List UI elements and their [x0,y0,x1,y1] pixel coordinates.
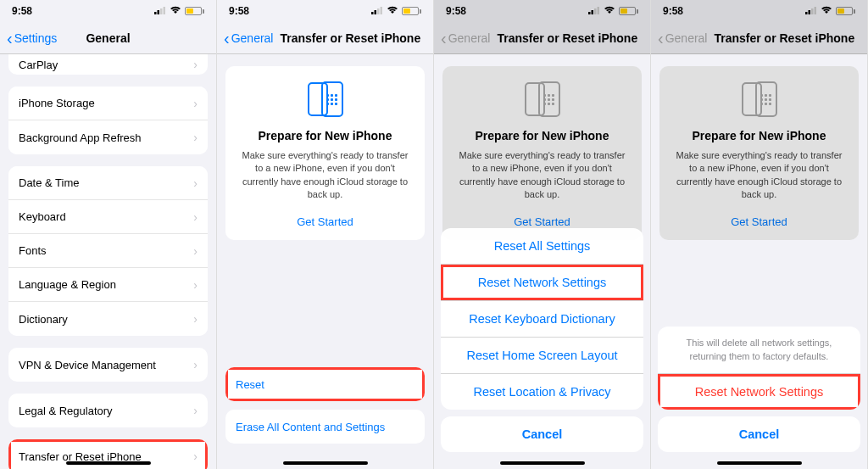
nav-title: Transfer or Reset iPhone [497,31,637,45]
svg-rect-6 [377,8,380,14]
nav-back-label: Settings [14,31,58,45]
screen-transfer-reset: 9:58 ‹ General Transfer or Reset iPhone … [217,0,434,469]
home-indicator [283,461,368,465]
home-indicator [500,461,585,465]
cancel-button[interactable]: Cancel [441,416,643,452]
signal-icon [154,5,166,17]
chevron-right-icon: › [193,244,198,258]
svg-rect-2 [160,8,163,14]
cancel-sheet: Cancel [441,416,643,452]
svg-rect-5 [375,10,377,14]
row-legal[interactable]: Legal & Regulatory› [8,394,208,427]
settings-group: Date & Time› Keyboard› Fonts› Language &… [8,166,208,336]
card-body: Make sure everything's ready to transfer… [454,149,630,202]
cancel-button[interactable]: Cancel [658,416,860,452]
chevron-right-icon: › [193,449,198,463]
nav-back: ‹ General [651,30,710,47]
svg-rect-12 [805,12,808,14]
prepare-card: Prepare for New iPhone Make sure everyth… [442,66,642,240]
svg-rect-0 [154,12,157,14]
chevron-left-icon: ‹ [7,30,13,47]
card-body: Make sure everything's ready to transfer… [237,149,413,202]
status-time: 9:58 [229,5,249,17]
nav-back-label: General [665,31,708,45]
chevron-right-icon: › [193,404,198,417]
card-body: Make sure everything's ready to transfer… [671,149,847,202]
signal-icon [371,5,383,17]
settings-group: iPhone Storage› Background App Refresh› [8,87,208,154]
chevron-right-icon: › [193,358,198,371]
cancel-sheet: Cancel [658,416,860,452]
wifi-icon [821,5,832,17]
reset-row[interactable]: Reset [225,367,425,401]
row-language-region[interactable]: Language & Region› [8,268,208,302]
reset-options-sheet: Reset All Settings Reset Network Setting… [441,228,643,410]
chevron-right-icon: › [193,210,198,224]
signal-icon [805,5,817,17]
svg-rect-7 [381,7,383,14]
confirm-sheet: This will delete all network settings, r… [658,327,860,410]
row-vpn[interactable]: VPN & Device Management› [8,348,208,382]
row-fonts[interactable]: Fonts› [8,234,208,268]
chevron-right-icon: › [193,131,198,144]
settings-group: CarPlay› [8,54,208,75]
card-title: Prepare for New iPhone [671,129,847,142]
status-bar: 9:58 [434,0,650,22]
nav-title: Transfer or Reset iPhone [714,31,854,45]
chevron-right-icon: › [193,58,198,71]
battery-icon [402,7,421,15]
status-time: 9:58 [12,5,32,17]
reset-home-screen-option[interactable]: Reset Home Screen Layout [441,338,643,374]
row-carplay[interactable]: CarPlay› [8,54,208,75]
confirm-message: This will delete all network settings, r… [658,327,860,374]
card-title: Prepare for New iPhone [237,129,413,142]
row-keyboard[interactable]: Keyboard› [8,200,208,234]
reset-network-settings-option[interactable]: Reset Network Settings [441,265,643,301]
svg-rect-15 [815,7,817,14]
svg-rect-3 [164,7,166,14]
chevron-left-icon: ‹ [441,30,447,47]
svg-rect-13 [809,10,811,14]
prepare-card: Prepare for New iPhone Make sure everyth… [225,66,425,240]
screen-reset-options: 9:58 ‹ General Transfer or Reset iPhone … [434,0,651,469]
chevron-left-icon: ‹ [658,30,664,47]
battery-icon [619,7,638,15]
reset-keyboard-dictionary-option[interactable]: Reset Keyboard Dictionary [441,301,643,338]
erase-group: Erase All Content and Settings [225,410,425,444]
confirm-reset-network-button[interactable]: Reset Network Settings [658,374,860,410]
get-started-link: Get Started [671,215,847,228]
two-phones-icon [237,81,413,117]
reset-all-settings-option[interactable]: Reset All Settings [441,228,643,265]
screen-general: 9:58 ‹ Settings General CarPlay› iPhone … [0,0,217,469]
settings-group: VPN & Device Management› [8,348,208,382]
prepare-card: Prepare for New iPhone Make sure everyth… [659,66,859,240]
battery-icon [185,7,204,15]
row-dictionary[interactable]: Dictionary› [8,302,208,336]
settings-group: Legal & Regulatory› [8,394,208,427]
get-started-link[interactable]: Get Started [237,215,413,228]
get-started-link: Get Started [454,215,630,228]
nav-back[interactable]: ‹ General [217,30,276,47]
row-background-refresh[interactable]: Background App Refresh› [8,120,208,154]
erase-all-row[interactable]: Erase All Content and Settings [225,410,425,444]
svg-rect-9 [592,10,594,14]
settings-list: CarPlay› iPhone Storage› Background App … [0,54,216,469]
chevron-left-icon: ‹ [224,30,230,47]
home-indicator [66,461,151,465]
card-title: Prepare for New iPhone [454,129,630,142]
svg-rect-4 [371,12,374,14]
status-right [154,5,204,17]
row-date-time[interactable]: Date & Time› [8,166,208,200]
svg-rect-14 [811,8,814,14]
nav-back[interactable]: ‹ Settings [0,30,60,47]
reset-location-privacy-option[interactable]: Reset Location & Privacy [441,374,643,410]
svg-rect-1 [158,10,160,14]
chevron-right-icon: › [193,97,198,110]
svg-rect-10 [594,8,597,14]
screen-confirm-reset: 9:58 ‹ General Transfer or Reset iPhone … [651,0,868,469]
row-iphone-storage[interactable]: iPhone Storage› [8,87,208,120]
wifi-icon [387,5,398,17]
nav-bar: ‹ Settings General [0,22,216,54]
two-phones-icon [671,81,847,117]
reset-group: Reset [225,367,425,401]
